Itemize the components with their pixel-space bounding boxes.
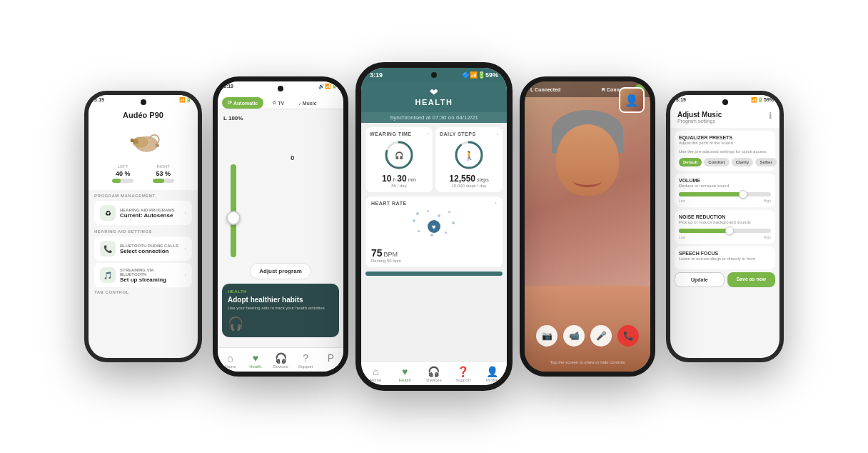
mic-btn[interactable]: 🎤 [590, 325, 612, 347]
progress-bar [365, 272, 503, 276]
update-btn[interactable]: Update [675, 272, 725, 287]
sync-bar: Synchronised at 07:30 on 04/12/21 [361, 112, 507, 123]
preset-default[interactable]: Default [679, 158, 702, 166]
camera-switch-btn[interactable]: 📷 [536, 325, 557, 347]
l-connected-badge: L Connected [530, 87, 560, 92]
svg-point-4 [155, 143, 158, 146]
nav-home-center[interactable]: ⌂ Home [361, 362, 390, 385]
steps-circle: 🚶 [453, 139, 485, 171]
hearing-aid-img [96, 122, 191, 161]
end-call-btn[interactable]: 📞 [617, 325, 639, 347]
vol-controls: L 100% 0 [218, 109, 343, 263]
battery-left: LEFT 40 % [112, 164, 133, 183]
heart-rate-card[interactable]: HEART RATE › ♥ [365, 196, 503, 267]
svg-point-2 [133, 139, 138, 144]
bt-phone-icon: 📞 [100, 241, 116, 257]
nav-devices-left2[interactable]: 🎧 Devices [268, 348, 293, 372]
svg-text:🚶: 🚶 [464, 150, 475, 161]
nav-support-left2[interactable]: ? Support [293, 348, 318, 372]
prog-mgmt-section: PROGRAM MANAGEMENT ♻ HEARING AID PROGRAM… [89, 190, 198, 301]
daily-steps-card[interactable]: DAILY STEPS › 🚶 12,550 steps 10,000 s [435, 127, 503, 192]
autosense-icon: ♻ [100, 205, 116, 221]
phone-left2: 3:19 🔊📶🔋 ⟳ Automatic ☆ TV ♪ Music [213, 76, 348, 377]
nav-health-left2[interactable]: ♥ Health [243, 348, 268, 372]
camera-dot-right2 [722, 99, 728, 105]
health-cards: WEARING TIME › 🎧 10 h 30 [361, 123, 507, 196]
bottom-nav-center: ⌂ Home ♥ Health 🎧 Devices ❓ Support 👤 [361, 361, 507, 385]
noise-h-slider[interactable] [679, 229, 771, 233]
prog-item-autosense[interactable]: ♻ HEARING AID PROGRAMS Current: Autosens… [94, 201, 192, 225]
center-header: ❤ HEALTH [361, 82, 507, 112]
nav-devices-center[interactable]: 🎧 Devices [420, 362, 449, 385]
phone-right1: L Connected R Connected ✓ 👤 📷 📹 🎤 📞 Tap … [520, 76, 655, 377]
phone-center: 3:19 🔷📶🔋59% ❤ HEALTH Synchronised at 07:… [355, 62, 513, 391]
tab-tv[interactable]: ☆ TV [266, 97, 290, 109]
speech-section: SPEECH FOCUS Listen to surroundings or d… [675, 247, 775, 269]
nav-p-left2[interactable]: P [318, 348, 343, 372]
wearing-chevron: › [427, 131, 428, 136]
health-promo: HEALTH Adopt healthier habits Use your h… [222, 284, 339, 337]
prog-item-bt-stream[interactable]: 🎵 STREAMING VIA BLUETOOTH Set up streami… [94, 263, 192, 287]
hr-visual: ♥ [371, 209, 497, 244]
preset-clarity[interactable]: Clarity [732, 158, 754, 166]
action-row: Update Save as new [675, 272, 775, 287]
tab-music[interactable]: ♪ Music [293, 97, 322, 109]
music-header: Adjust Music Program settings ℹ [670, 106, 779, 128]
noise-section: NOISE REDUCTION Pick up or reduce backgr… [675, 210, 775, 244]
wearing-time-card[interactable]: WEARING TIME › 🎧 10 h 30 [365, 127, 433, 192]
video-toggle-btn[interactable]: 📹 [563, 325, 585, 347]
vol-slider-left[interactable] [231, 164, 236, 257]
steps-chevron: › [497, 131, 498, 136]
audeo-title: Audéo P90 [96, 111, 191, 119]
camera-dot-left1 [141, 99, 146, 105]
save-as-new-btn[interactable]: Save as new [727, 272, 776, 287]
heart-center-icon: ♥ [428, 220, 440, 233]
tab-automatic[interactable]: ⟳ Automatic [222, 97, 263, 109]
svg-point-3 [130, 138, 133, 141]
scene: 3:19 📶🔋 Audéo P90 [41, 12, 827, 441]
tab-bar: ⟳ Automatic ☆ TV ♪ Music [218, 93, 343, 109]
eq-section: EQUALIZER PRESETS Adjust the pitch of th… [675, 131, 775, 171]
nav-support-center[interactable]: ❓ Support [448, 362, 478, 385]
hr-chevron: › [495, 201, 497, 206]
hearing-aid-svg [118, 124, 168, 160]
adjust-program-btn[interactable]: Adjust program [250, 263, 311, 279]
nav-health-center[interactable]: ♥ Health [390, 362, 420, 385]
preset-comfort[interactable]: Comfort [704, 158, 729, 166]
promo-icon: 🎧 [228, 316, 333, 332]
phone-right2: 3:19 📶🔋59% Adjust Music Program settings… [666, 91, 784, 362]
inset-avatar: 👤 [619, 87, 645, 113]
battery-right: RIGHT 53 % [153, 164, 174, 183]
wearing-circle: 🎧 [383, 139, 415, 171]
battery-row: LEFT 40 % RIGHT 53 % [96, 161, 191, 186]
camera-dot-center [431, 72, 437, 78]
phone-left1: 3:19 📶🔋 Audéo P90 [84, 91, 202, 362]
svg-text:🎧: 🎧 [395, 151, 404, 160]
info-icon: ℹ [769, 111, 772, 121]
preset-softer[interactable]: Softer [755, 158, 776, 166]
eq-presets: Default Comfort Clarity Softer [679, 158, 771, 166]
bottom-nav-left2: ⌂ Home ♥ Health 🎧 Devices ? Support P [218, 347, 343, 372]
tap-hint: Tap the screen to show or hide controls [525, 360, 650, 364]
video-controls: 📷 📹 🎤 📞 [525, 325, 650, 347]
vol-h-slider[interactable] [679, 192, 771, 196]
nav-profile-center[interactable]: 👤 Profile [478, 362, 507, 385]
nav-home-left2[interactable]: ⌂ Home [218, 348, 243, 372]
camera-dot-left2 [278, 86, 283, 91]
audeo-header: Audéo P90 LEFT 40 % [89, 106, 198, 190]
bt-stream-icon: 🎵 [100, 267, 116, 283]
vol-section: VOLUME Reduce or increase sound Low High [675, 174, 775, 207]
health-heart-icon: ❤ [361, 86, 507, 98]
prog-item-bt-phone[interactable]: 📞 BLUETOOTH PHONE CALLS Select connectio… [94, 237, 192, 261]
